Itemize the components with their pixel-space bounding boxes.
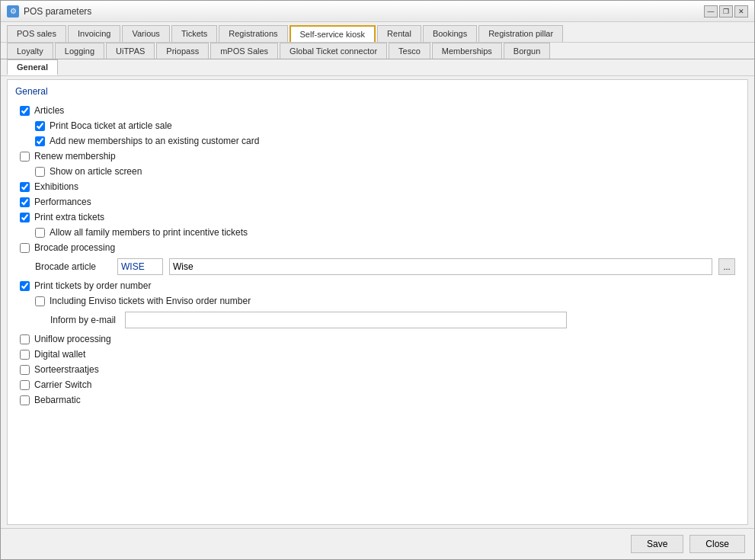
restore-button[interactable]: ❐: [719, 5, 733, 18]
save-button[interactable]: Save: [631, 535, 683, 553]
inform-email-input[interactable]: [125, 312, 567, 328]
tab-borgun[interactable]: Borgun: [504, 43, 550, 59]
exhibitions-label: Exhibitions: [34, 181, 78, 192]
brocade-processing-label: Brocade processing: [34, 242, 115, 253]
uniflow-checkbox[interactable]: [20, 334, 30, 344]
brocade-processing-checkbox-row: Brocade processing: [20, 240, 735, 255]
bebarmatic-checkbox-row: Bebarmatic: [20, 392, 735, 408]
tab-self-service-kiosk[interactable]: Self-service kiosk: [290, 25, 376, 42]
brocade-article-label: Brocade article: [35, 261, 111, 272]
including-enviso-label: Including Enviso tickets with Enviso ord…: [50, 296, 251, 306]
brocade-processing-checkbox[interactable]: [20, 243, 30, 253]
add-memberships-checkbox-row: Add new memberships to an existing custo…: [35, 133, 735, 149]
exhibitions-checkbox[interactable]: [20, 182, 30, 192]
articles-checkbox-row: Articles: [20, 103, 735, 118]
digital-wallet-checkbox-row: Digital wallet: [20, 347, 735, 362]
title-bar: ⚙ POS parameters — ❐ ✕: [1, 1, 754, 22]
print-boca-label: Print Boca ticket at article sale: [50, 120, 172, 131]
bebarmatic-label: Bebarmatic: [34, 395, 81, 405]
tab-invoicing[interactable]: Invoicing: [68, 25, 120, 42]
tabs-row2: Loyalty Logging UiTPAS Priopass mPOS Sal…: [1, 43, 754, 60]
sorteerstraatjes-checkbox-row: Sorteerstraatjes: [20, 362, 735, 377]
tab-bookings[interactable]: Bookings: [423, 25, 477, 42]
carrier-switch-checkbox[interactable]: [20, 380, 30, 390]
performances-checkbox-row: Performances: [20, 194, 735, 210]
tab-pos-sales[interactable]: POS sales: [7, 25, 66, 42]
section-content: Articles Print Boca ticket at article sa…: [8, 100, 747, 411]
print-tickets-label: Print tickets by order number: [34, 280, 151, 291]
tab-registration-pillar[interactable]: Registration pillar: [478, 25, 563, 42]
carrier-switch-checkbox-row: Carrier Switch: [20, 377, 735, 392]
tab-priopass[interactable]: Priopass: [156, 43, 209, 59]
print-boca-checkbox-row: Print Boca ticket at article sale: [35, 118, 735, 133]
tabs-row1: POS sales Invoicing Various Tickets Regi…: [1, 22, 754, 43]
sorteerstraatjes-checkbox[interactable]: [20, 365, 30, 375]
title-bar-left: ⚙ POS parameters: [7, 5, 91, 18]
digital-wallet-checkbox[interactable]: [20, 350, 30, 360]
tab-tickets[interactable]: Tickets: [171, 25, 217, 42]
renew-membership-checkbox-row: Renew membership: [20, 149, 735, 164]
performances-label: Performances: [34, 197, 91, 207]
brocade-article-code-input[interactable]: [117, 258, 163, 275]
print-extra-tickets-label: Print extra tickets: [34, 212, 104, 222]
tab-rental[interactable]: Rental: [377, 25, 421, 42]
allow-family-checkbox[interactable]: [35, 228, 45, 238]
renew-membership-checkbox[interactable]: [20, 152, 30, 162]
tab-tesco[interactable]: Tesco: [389, 43, 430, 59]
show-article-label: Show on article screen: [50, 166, 142, 177]
sorteerstraatjes-label: Sorteerstraatjes: [34, 364, 99, 375]
print-extra-tickets-checkbox[interactable]: [20, 213, 30, 222]
content-area: General Articles Print Boca ticket at ar…: [7, 79, 748, 525]
sub-tabs-row: General: [1, 59, 754, 76]
carrier-switch-label: Carrier Switch: [34, 379, 91, 390]
brocade-article-row: Brocade article ...: [35, 255, 735, 278]
print-boca-checkbox[interactable]: [35, 121, 45, 131]
including-enviso-checkbox-row: Including Enviso tickets with Enviso ord…: [35, 293, 735, 309]
close-window-button[interactable]: ✕: [734, 5, 748, 18]
window-title: POS parameters: [24, 6, 91, 17]
renew-membership-label: Renew membership: [34, 151, 116, 162]
digital-wallet-label: Digital wallet: [34, 349, 85, 360]
pos-parameters-window: ⚙ POS parameters — ❐ ✕ POS sales Invoici…: [0, 0, 755, 560]
uniflow-checkbox-row: Uniflow processing: [20, 331, 735, 347]
brocade-article-browse-button[interactable]: ...: [718, 258, 735, 275]
tab-memberships[interactable]: Memberships: [432, 43, 502, 59]
allow-family-checkbox-row: Allow all family members to print incent…: [35, 225, 735, 240]
articles-checkbox[interactable]: [20, 106, 30, 116]
show-article-checkbox[interactable]: [35, 167, 45, 177]
tab-global-ticket[interactable]: Global Ticket connector: [280, 43, 387, 59]
print-tickets-checkbox[interactable]: [20, 281, 30, 291]
tab-logging[interactable]: Logging: [55, 43, 104, 59]
minimize-button[interactable]: —: [704, 5, 718, 18]
tab-uitpas[interactable]: UiTPAS: [106, 43, 155, 59]
brocade-article-name-input[interactable]: [169, 258, 712, 275]
performances-checkbox[interactable]: [20, 197, 30, 207]
sub-tab-general[interactable]: General: [7, 59, 58, 75]
articles-label: Articles: [34, 105, 64, 116]
close-button[interactable]: Close: [689, 535, 745, 553]
allow-family-label: Allow all family members to print incent…: [50, 227, 248, 238]
tab-loyalty[interactable]: Loyalty: [7, 43, 53, 59]
inform-email-row: Inform by e-mail: [50, 309, 735, 331]
footer: Save Close: [1, 528, 754, 559]
print-tickets-checkbox-row: Print tickets by order number: [20, 278, 735, 293]
uniflow-label: Uniflow processing: [34, 334, 111, 344]
print-extra-tickets-checkbox-row: Print extra tickets: [20, 210, 735, 225]
title-bar-controls: — ❐ ✕: [704, 5, 748, 18]
add-memberships-label: Add new memberships to an existing custo…: [50, 136, 259, 146]
show-article-checkbox-row: Show on article screen: [35, 164, 735, 179]
tab-various[interactable]: Various: [122, 25, 169, 42]
tab-mpos-sales[interactable]: mPOS Sales: [210, 43, 278, 59]
window-icon: ⚙: [7, 5, 19, 18]
including-enviso-checkbox[interactable]: [35, 296, 45, 306]
section-title: General: [8, 80, 747, 100]
tab-registrations[interactable]: Registrations: [219, 25, 287, 42]
exhibitions-checkbox-row: Exhibitions: [20, 179, 735, 194]
inform-email-label: Inform by e-mail: [50, 315, 119, 325]
bebarmatic-checkbox[interactable]: [20, 395, 30, 405]
add-memberships-checkbox[interactable]: [35, 136, 45, 146]
